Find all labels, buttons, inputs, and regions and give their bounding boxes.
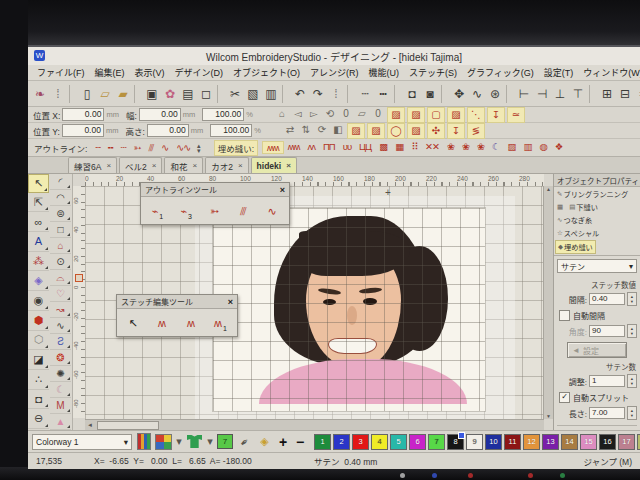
close-icon[interactable]: × <box>280 185 285 195</box>
outline-tools-titlebar[interactable]: アウトラインツール × <box>141 183 289 197</box>
stitch-edit-titlebar[interactable]: ステッチ編集ツール × <box>117 295 237 309</box>
angle-stepper[interactable]: ▴ ▾ <box>627 324 637 338</box>
overlap-icon[interactable]: ⌗ <box>634 84 640 104</box>
settings-button[interactable]: ◄ 設定 <box>567 342 627 358</box>
wheel-tool[interactable]: ✺ <box>50 366 71 382</box>
mesh-tool[interactable]: ▲ <box>50 414 71 430</box>
lock-icon[interactable]: ◘ <box>403 84 421 104</box>
overlap-select-tool[interactable]: ∞ <box>28 212 49 232</box>
hatch-fill-icon[interactable]: ▨ <box>503 141 519 154</box>
color-swatch[interactable]: 10 <box>485 434 502 450</box>
stitch-spray-icon[interactable]: ✣ <box>427 123 445 139</box>
tab-kao2[interactable]: カオ2 × <box>205 157 248 173</box>
rotate-ccw-icon[interactable]: ⟲ <box>322 107 338 121</box>
copy-icon[interactable]: ▧ <box>244 84 262 104</box>
stitch-type-select[interactable]: サテン ▾ <box>557 259 637 273</box>
color-swatch[interactable]: 14 <box>561 434 578 450</box>
dot-outline-icon[interactable]: ┄ <box>117 142 130 154</box>
ring-target-tool[interactable]: ◉ <box>28 291 49 311</box>
polygon-select-icon[interactable]: ┅ <box>374 84 392 104</box>
shape-combine-tool[interactable]: ⊖ <box>28 409 49 429</box>
current-color-box[interactable]: 7 <box>217 434 233 449</box>
scroll-down-icon[interactable]: ▼ <box>546 413 551 419</box>
open-design-icon[interactable]: ▱ <box>96 84 114 104</box>
spin-down-icon[interactable]: ▾ <box>631 299 633 304</box>
kiosk-tool[interactable]: ◈ <box>28 271 49 291</box>
redo-icon[interactable]: ↷ <box>309 84 327 104</box>
close-icon[interactable]: × <box>228 297 233 307</box>
stitch-move-tool-icon[interactable]: ʍ <box>178 311 205 333</box>
arc-2-tool[interactable]: ◠ <box>50 190 71 206</box>
stem-outline-icon[interactable]: ∿ <box>157 142 172 154</box>
trapezoid-tool[interactable]: ⌓ <box>50 270 71 286</box>
heart-clover-tool[interactable]: ♡ <box>50 286 71 302</box>
undo-icon[interactable]: ↶ <box>291 84 309 104</box>
flower-tool[interactable]: ❂ <box>50 350 71 366</box>
e-stitch-fill-icon[interactable]: ΠΠ <box>319 141 339 154</box>
motif-fill-1-icon[interactable]: ❀ <box>443 141 458 154</box>
triple-run-tool-icon[interactable]: ⌁ 3 <box>173 199 200 221</box>
dash-outline-icon[interactable]: ╍ <box>104 142 117 154</box>
stitch-edit-tool-icon[interactable]: ʍ <box>149 311 176 333</box>
length-input[interactable]: 7.00 <box>589 407 625 419</box>
pos-y-input[interactable]: 0.00 <box>62 124 104 137</box>
run-tool-icon[interactable]: ⌁ 1 <box>144 199 171 221</box>
motif-outline-icon[interactable]: ➳ <box>130 142 145 154</box>
menu-function[interactable]: 機能(U) <box>364 66 405 79</box>
save-icon[interactable]: ▣ <box>143 84 161 104</box>
lattice-fill-icon[interactable]: ▦ <box>391 141 407 154</box>
color-swatch[interactable]: 11 <box>504 434 521 450</box>
menu-edit[interactable]: 編集(E) <box>90 66 130 79</box>
outline-more-icon[interactable]: ▴▾ <box>197 143 201 153</box>
stitch-sample-1-icon[interactable]: ▨ <box>347 123 365 139</box>
motif-fill-2-icon[interactable]: ❀ <box>458 141 473 154</box>
close-tab-icon[interactable]: × <box>193 161 198 170</box>
spacing-input[interactable]: 0.40 <box>589 293 625 305</box>
stitch-select-tool-icon[interactable]: ↖ <box>120 311 147 333</box>
fill-sample-icon[interactable]: ▨ <box>447 107 465 123</box>
color-swatch[interactable]: 1 <box>314 434 331 450</box>
wilcom-logo-icon[interactable]: ❧ <box>31 84 49 104</box>
outline-sample-icon[interactable]: ▢ <box>427 107 445 123</box>
stitch-fish-icon[interactable]: ≶ <box>467 123 485 139</box>
color-swatch[interactable]: 3 <box>352 434 369 450</box>
pos-x-input[interactable]: 0.00 <box>62 108 104 121</box>
print-icon[interactable]: ▤ <box>179 84 197 104</box>
group-icon[interactable]: ⊞ <box>598 84 616 104</box>
auto-split-checkbox[interactable]: ✓ <box>559 392 570 403</box>
color-swatch[interactable]: 9 <box>466 434 483 450</box>
color-swatch[interactable]: 15 <box>580 434 597 450</box>
zoom-box-icon[interactable]: ⌂ <box>274 107 290 121</box>
height-percent-input[interactable]: 100.00 <box>210 124 252 137</box>
menu-object[interactable]: オブジェクト(O) <box>228 66 305 79</box>
chevron-down-icon[interactable]: ▾ <box>175 434 183 450</box>
panel-tab-running[interactable]: ✎ ブリングランニング <box>555 188 630 200</box>
grid-fill-icon[interactable]: ▥ <box>519 141 535 154</box>
reshape-tool[interactable]: ⇱ <box>28 193 49 213</box>
menu-design[interactable]: デザイン(D) <box>170 66 229 79</box>
color-swatch[interactable]: 13 <box>542 434 559 450</box>
scroll-left-icon[interactable]: ◄ <box>87 422 93 428</box>
scale-down-icon[interactable]: ◅ <box>290 107 306 121</box>
tab-waka[interactable]: 和花 × <box>164 157 203 173</box>
close-tab-icon[interactable]: × <box>238 161 243 170</box>
align-top-icon[interactable]: ⊤ <box>569 84 587 104</box>
needle-point-icon[interactable]: ↧ <box>487 107 505 123</box>
hexagon-tool[interactable]: ⬢ <box>28 311 49 331</box>
satin-fill-icon[interactable]: ʍʍ <box>262 141 284 154</box>
scanned-photo[interactable] <box>213 208 485 411</box>
wave-outline-icon[interactable]: ∿∿ <box>172 142 194 154</box>
more-caret-icon[interactable]: ⁞ <box>327 84 345 104</box>
color-swatch[interactable]: 7 <box>428 434 445 450</box>
color-swatch[interactable]: 2 <box>333 434 350 450</box>
stitch-angle-tool[interactable]: M <box>50 398 71 414</box>
skew-value[interactable]: 0 <box>370 107 386 121</box>
color-swatch[interactable]: 6 <box>409 434 426 450</box>
color-swatch[interactable]: 4 <box>371 434 388 450</box>
stitch-sample-4-icon[interactable]: ▨ <box>407 123 425 139</box>
close-tab-icon[interactable]: × <box>152 161 157 170</box>
arc-tool[interactable]: ◜ <box>50 174 71 190</box>
dot-fill-icon[interactable]: ⠿ <box>407 141 421 154</box>
close-tab-icon[interactable]: × <box>106 161 111 170</box>
close-tab-icon[interactable]: × <box>286 161 291 170</box>
